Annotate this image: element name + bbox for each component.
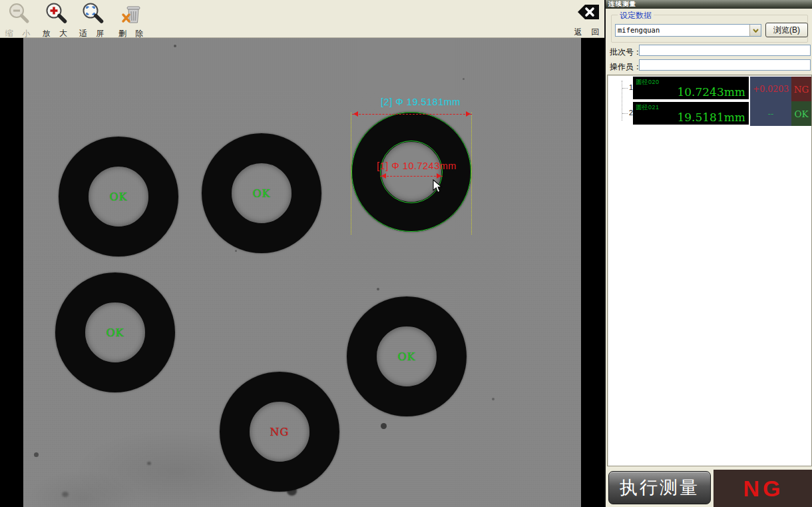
ring-status-label: OK (106, 326, 124, 339)
dataset-select[interactable]: mifengquan (615, 24, 761, 37)
execute-measure-button[interactable]: 执行测量 (608, 471, 711, 504)
batch-label: 批次号： (610, 47, 642, 58)
delete-button[interactable]: 删 除 (113, 1, 152, 39)
inner-diameter-label: [1] Φ 10.7243mm (377, 161, 457, 171)
deviation-cell: +0.0203 (750, 77, 791, 101)
image-artifact (377, 288, 379, 290)
back-button[interactable]: 返 回 (569, 1, 608, 38)
result-value-cell[interactable]: 圆径02119.5181mm (633, 102, 749, 125)
ring-status-label: NG (270, 426, 290, 438)
status-cell: OK (791, 101, 811, 126)
outer-diameter-label: [2] Φ 19.5181mm (381, 97, 461, 107)
image-artifact (147, 462, 151, 465)
deviation-column: +0.0203-- (750, 77, 791, 126)
inner-diameter-arrow (380, 176, 443, 177)
result-row-index: 2 (622, 109, 633, 117)
image-artifact (62, 492, 69, 497)
dataset-value: mifengquan (618, 26, 660, 34)
ring-status-label: OK (109, 191, 127, 203)
fit-screen-icon (74, 1, 112, 28)
panel-title: 连续测量 (606, 0, 812, 9)
deviation-cell: -- (750, 101, 791, 126)
result-row-index: 1 (622, 83, 633, 91)
image-artifact (235, 250, 237, 252)
measure-guide-left (351, 113, 351, 235)
back-label: 返 回 (569, 27, 608, 38)
result-value-cell[interactable]: 圆径02010.7243mm (633, 77, 749, 99)
measure-value: 19.5181mm (677, 111, 745, 124)
group-label: 设定数据 (618, 10, 654, 21)
ring-status-label: OK (252, 187, 270, 200)
results-panel: +0.0203-- NGOK 1圆径02010.7243mm2圆径02119.5… (607, 75, 812, 466)
measure-name: 圆径021 (636, 103, 660, 112)
fit-screen-button[interactable]: 适 屏 (74, 1, 112, 39)
measure-value: 10.7243mm (677, 85, 745, 99)
zoom-out-button[interactable]: 缩 小 (0, 1, 39, 39)
camera-viewport[interactable]: [2] Φ 19.5181mm [1] Φ 10.7243mm OKOKOKOK… (23, 38, 581, 507)
browse-button[interactable]: 浏览(B) (765, 23, 808, 37)
overall-status-badge: NG (713, 470, 812, 507)
chevron-down-icon[interactable] (749, 25, 761, 36)
measure-guide-right (471, 113, 472, 235)
image-artifact (381, 423, 387, 429)
outer-diameter-arrow (352, 114, 472, 115)
image-artifact (492, 398, 495, 400)
operator-input[interactable] (639, 59, 811, 71)
status-cell: NG (791, 77, 811, 101)
operator-label: 操作员： (610, 61, 642, 73)
zoom-out-icon (0, 1, 39, 28)
back-icon (569, 1, 608, 27)
ring-status-label: OK (397, 350, 415, 363)
measurement-panel: 连续测量 设定数据 mifengquan 浏览(B) 批次号： 操作员： +0.… (604, 0, 812, 507)
batch-input[interactable] (639, 45, 811, 56)
toolbar: 缩 小 放 大 适 屏 (0, 0, 604, 38)
mouse-cursor (433, 179, 443, 197)
image-artifact (463, 78, 465, 80)
status-column: NGOK (791, 77, 811, 126)
image-artifact (174, 45, 176, 47)
zoom-in-icon (37, 1, 76, 28)
measure-name: 圆径020 (636, 78, 660, 87)
image-artifact (34, 452, 39, 457)
zoom-in-button[interactable]: 放 大 (37, 1, 76, 39)
delete-icon (113, 1, 152, 28)
